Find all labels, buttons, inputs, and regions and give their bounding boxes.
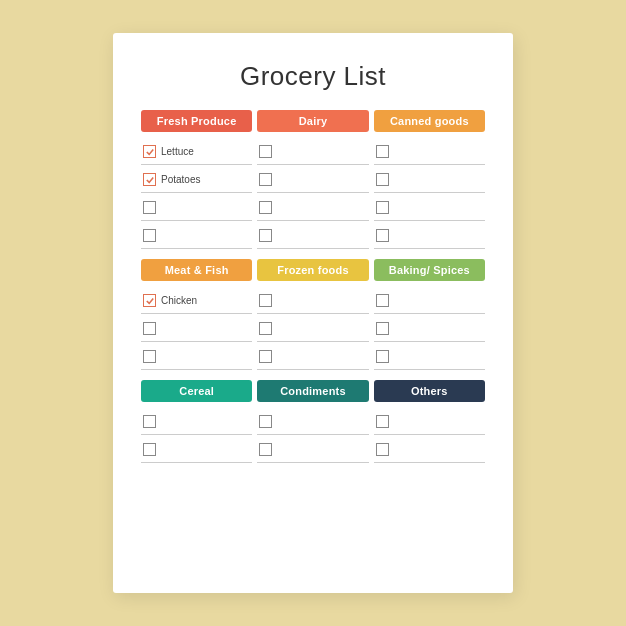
section-1-header-2: Baking/ Spices <box>374 259 485 281</box>
checkbox-s2-r1-c2[interactable] <box>376 443 389 456</box>
checkbox-s1-r2-c2[interactable] <box>376 350 389 363</box>
cell-s0-r2-c1[interactable] <box>257 193 368 221</box>
section-0-header-1: Dairy <box>257 110 368 132</box>
section-2-header-0: Cereal <box>141 380 252 402</box>
checkbox-s0-r2-c0[interactable] <box>143 201 156 214</box>
section-0-header-2: Canned goods <box>374 110 485 132</box>
section-1-header-1: Frozen foods <box>257 259 368 281</box>
cell-label-s1-r0-c0: Chicken <box>161 295 197 306</box>
checkbox-s1-r2-c1[interactable] <box>259 350 272 363</box>
cell-s0-r0-c2[interactable] <box>374 137 485 165</box>
checkbox-s2-r0-c2[interactable] <box>376 415 389 428</box>
section-0: Fresh ProduceDairyCanned goodsLettucePot… <box>141 110 485 249</box>
cell-s0-r1-c2[interactable] <box>374 165 485 193</box>
checkbox-s0-r0-c0[interactable] <box>143 145 156 158</box>
cell-s0-r0-c1[interactable] <box>257 137 368 165</box>
checkbox-s2-r0-c1[interactable] <box>259 415 272 428</box>
cell-label-s0-r1-c0: Potatoes <box>161 174 200 185</box>
cell-s1-r1-c0[interactable] <box>141 314 252 342</box>
checkbox-s0-r3-c1[interactable] <box>259 229 272 242</box>
checkbox-s1-r1-c1[interactable] <box>259 322 272 335</box>
cell-s0-r3-c2[interactable] <box>374 221 485 249</box>
checkbox-s1-r2-c0[interactable] <box>143 350 156 363</box>
section-2-header-1: Condiments <box>257 380 368 402</box>
cell-s2-r0-c2[interactable] <box>374 407 485 435</box>
cell-s1-r1-c2[interactable] <box>374 314 485 342</box>
cell-s1-r2-c0[interactable] <box>141 342 252 370</box>
cell-s2-r0-c0[interactable] <box>141 407 252 435</box>
cell-label-s0-r0-c0: Lettuce <box>161 146 194 157</box>
cell-s0-r2-c2[interactable] <box>374 193 485 221</box>
cell-s0-r2-c0[interactable] <box>141 193 252 221</box>
cell-s0-r1-c1[interactable] <box>257 165 368 193</box>
checkbox-s0-r3-c0[interactable] <box>143 229 156 242</box>
section-2: CerealCondimentsOthers <box>141 380 485 463</box>
checkbox-s2-r0-c0[interactable] <box>143 415 156 428</box>
checkbox-s1-r0-c1[interactable] <box>259 294 272 307</box>
checkbox-s1-r0-c0[interactable] <box>143 294 156 307</box>
checkbox-s1-r0-c2[interactable] <box>376 294 389 307</box>
checkbox-s0-r0-c1[interactable] <box>259 145 272 158</box>
section-1-header-0: Meat & Fish <box>141 259 252 281</box>
checkbox-s0-r1-c2[interactable] <box>376 173 389 186</box>
checkbox-s0-r1-c1[interactable] <box>259 173 272 186</box>
cell-s2-r0-c1[interactable] <box>257 407 368 435</box>
section-1: Meat & FishFrozen foodsBaking/ SpicesChi… <box>141 259 485 370</box>
section-2-header-2: Others <box>374 380 485 402</box>
cell-s1-r2-c2[interactable] <box>374 342 485 370</box>
cell-s0-r3-c0[interactable] <box>141 221 252 249</box>
checkbox-s0-r3-c2[interactable] <box>376 229 389 242</box>
checkbox-s0-r0-c2[interactable] <box>376 145 389 158</box>
checkbox-s2-r1-c0[interactable] <box>143 443 156 456</box>
cell-s2-r1-c2[interactable] <box>374 435 485 463</box>
grocery-list-paper: Grocery List Fresh ProduceDairyCanned go… <box>113 33 513 593</box>
checkbox-s1-r1-c2[interactable] <box>376 322 389 335</box>
checkbox-s0-r2-c2[interactable] <box>376 201 389 214</box>
cell-s0-r0-c0[interactable]: Lettuce <box>141 137 252 165</box>
cell-s0-r1-c0[interactable]: Potatoes <box>141 165 252 193</box>
checkbox-s0-r1-c0[interactable] <box>143 173 156 186</box>
cell-s0-r3-c1[interactable] <box>257 221 368 249</box>
cell-s1-r2-c1[interactable] <box>257 342 368 370</box>
cell-s1-r0-c2[interactable] <box>374 286 485 314</box>
cell-s2-r1-c0[interactable] <box>141 435 252 463</box>
checkbox-s2-r1-c1[interactable] <box>259 443 272 456</box>
section-0-header-0: Fresh Produce <box>141 110 252 132</box>
cell-s1-r0-c0[interactable]: Chicken <box>141 286 252 314</box>
checkbox-s1-r1-c0[interactable] <box>143 322 156 335</box>
cell-s2-r1-c1[interactable] <box>257 435 368 463</box>
cell-s1-r1-c1[interactable] <box>257 314 368 342</box>
checkbox-s0-r2-c1[interactable] <box>259 201 272 214</box>
page-title: Grocery List <box>141 61 485 92</box>
cell-s1-r0-c1[interactable] <box>257 286 368 314</box>
